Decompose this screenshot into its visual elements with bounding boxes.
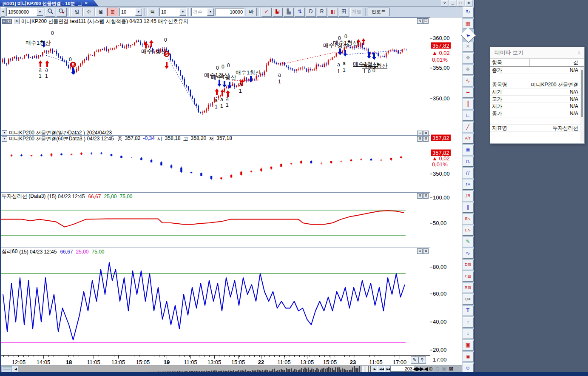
minimize-panel-icon[interactable]: ⊟ bbox=[417, 136, 423, 142]
s60-chart[interactable] bbox=[1, 255, 430, 355]
tool-vertical-line-icon[interactable]: ┃ bbox=[463, 99, 474, 109]
tool-pattern-e-icon[interactable]: E▨ bbox=[463, 271, 474, 282]
tool-fibo-arc-icon[interactable]: ƒƒ bbox=[463, 168, 474, 178]
close-view-icon[interactable]: ⊠ bbox=[448, 365, 454, 372]
tool-elliott-wave-2-icon[interactable]: E∿ bbox=[463, 225, 474, 236]
tick-combo[interactable]: 10 ▼ bbox=[159, 8, 187, 16]
minimize-panel-icon[interactable]: ⊟ bbox=[417, 131, 423, 135]
tool-parallel-channel-icon[interactable]: ≣ bbox=[463, 145, 474, 155]
minimize-panel-icon[interactable]: N bbox=[417, 18, 423, 24]
minimize-panel-icon[interactable]: ⊟ bbox=[417, 193, 423, 199]
bar-button[interactable]: 바 bbox=[246, 8, 257, 16]
tool-step-line-icon[interactable]: ∟ bbox=[463, 111, 474, 121]
tool-quote-list-icon[interactable]: Q≡ bbox=[463, 294, 474, 305]
tool-arrow-down-marker-icon[interactable]: ↓ bbox=[463, 329, 474, 339]
tool-text-tool-icon[interactable]: A/T bbox=[463, 134, 474, 144]
help-button[interactable]: ? bbox=[441, 0, 448, 6]
tool-refresh-icon[interactable]: ↻ bbox=[463, 7, 474, 17]
collapse-horizontal-icon[interactable]: ▶◀ bbox=[420, 365, 427, 372]
expand-horizontal-icon[interactable]: ◀▶ bbox=[413, 365, 420, 372]
bar-count-input[interactable] bbox=[216, 8, 244, 16]
fit-chart-icon: ▣ bbox=[441, 365, 448, 372]
data-view-window[interactable]: 데이타 보기 x 항목 값 종가N/A종목명미니KP200 선물연결시가N/A고… bbox=[490, 47, 585, 144]
h60-chart[interactable] bbox=[1, 142, 430, 192]
search-jump-icon[interactable] bbox=[57, 8, 67, 17]
edit-tool-button[interactable]: ✎ bbox=[411, 356, 418, 364]
tool-trend-line-icon[interactable]: ╱ bbox=[463, 122, 474, 132]
data-view-title[interactable]: 데이타 보기 bbox=[490, 47, 584, 59]
close-panel-icon[interactable]: ❏ bbox=[423, 18, 429, 24]
minor-tick bbox=[304, 356, 305, 357]
search-icon[interactable] bbox=[45, 8, 55, 17]
minimize-panel-icon[interactable]: ⊟ bbox=[417, 248, 423, 254]
chart-annotation: 1 bbox=[226, 103, 229, 108]
close-icon[interactable]: x bbox=[576, 49, 582, 56]
close-tab-icon[interactable]: ✕ bbox=[85, 1, 88, 6]
tool-rect-marker-icon[interactable]: ▣ bbox=[463, 340, 474, 350]
tool-pattern-r-icon[interactable]: R▨ bbox=[463, 283, 474, 293]
sentiment-chart[interactable] bbox=[1, 200, 430, 248]
tool-mini-chart-icon[interactable]: ∿ bbox=[463, 76, 474, 86]
data-view-scrollbar[interactable] bbox=[580, 67, 584, 142]
period-button-일[interactable]: 일 bbox=[71, 8, 82, 16]
close-panel-icon[interactable]: ⊠ bbox=[423, 131, 429, 135]
tool-text-T-icon[interactable]: T bbox=[463, 306, 474, 316]
document-d-icon[interactable]: D bbox=[306, 8, 316, 17]
tool-elliott-wave-icon[interactable]: E∿ bbox=[463, 214, 474, 224]
tool-pattern-d-icon[interactable]: D▨ bbox=[463, 260, 474, 270]
updown-arrows-icon[interactable]: ⇅ bbox=[295, 8, 305, 17]
code-combo[interactable]: 10500000 ▼ bbox=[6, 8, 44, 16]
chevron-down-icon[interactable]: ▼ bbox=[135, 8, 142, 16]
tool-fibo-retrace-icon[interactable]: ƒL bbox=[463, 157, 474, 167]
chevron-down-icon[interactable]: ▼ bbox=[37, 8, 43, 16]
row-value: N/A bbox=[529, 67, 584, 73]
close-button[interactable]: × bbox=[465, 0, 472, 6]
minor-tick bbox=[204, 356, 205, 357]
minimize-button[interactable]: _ bbox=[449, 0, 456, 6]
column-value[interactable]: 값 bbox=[530, 59, 584, 66]
window-title-tab[interactable]: [6101] 미니KP200 선물연결 - 10분 ✕ bbox=[0, 0, 99, 6]
close-panel-icon[interactable]: ⊠ bbox=[423, 248, 429, 254]
tool-horizontal-line-icon[interactable]: ━ bbox=[463, 88, 474, 98]
close-panel-icon[interactable]: ⊠ bbox=[423, 136, 429, 142]
grid-chart-icon[interactable]: 田 bbox=[339, 8, 349, 17]
tool-fibo-fan-icon[interactable]: ƒA bbox=[463, 179, 474, 190]
volume-alert-icon[interactable]: ▙! bbox=[273, 8, 283, 17]
visible-count-input[interactable] bbox=[390, 366, 414, 372]
tool-parallel-lines-icon[interactable]: ∥ bbox=[463, 202, 474, 213]
toolbar-grip[interactable]: ◀ bbox=[1, 7, 5, 17]
tool-cursor-icon[interactable]: ➤ bbox=[460, 28, 475, 43]
tool-arrow-up-marker-icon[interactable]: ↑ bbox=[463, 317, 474, 328]
minute-combo[interactable]: 10 ▼ bbox=[119, 8, 142, 16]
zoom-in-icon[interactable]: ⊕ bbox=[427, 365, 434, 372]
period-button-월[interactable]: 월 bbox=[95, 8, 106, 16]
tool-zigzag-icon[interactable]: ∿ bbox=[463, 248, 474, 259]
tick-button[interactable]: 틱 bbox=[147, 8, 158, 16]
close-panel-icon[interactable]: ⊠ bbox=[423, 193, 429, 199]
period-button-주[interactable]: 주 bbox=[83, 8, 94, 16]
zoom-tool-button[interactable]: ⚲ bbox=[418, 356, 426, 364]
tool-pencil-icon[interactable]: ✎ bbox=[463, 237, 474, 247]
period-button-분[interactable]: 분 bbox=[107, 8, 118, 16]
split-chart-icon[interactable]: ◧ bbox=[328, 8, 338, 17]
close-strategy-icon[interactable]: ✕ bbox=[14, 18, 20, 24]
volume-bars-icon[interactable]: ▙ bbox=[284, 8, 294, 17]
expand-panel-icon[interactable]: ▼ bbox=[2, 136, 7, 142]
expand-panel-icon[interactable]: ▼ bbox=[2, 130, 7, 136]
main-price-chart[interactable]: SS0매수1청산aa110매수1청산0000매수1청산매수1청산매수1청산aaa… bbox=[1, 25, 430, 130]
upload-button[interactable]: 업로드 bbox=[368, 8, 389, 16]
minor-tick bbox=[390, 356, 390, 357]
splitter-handle[interactable] bbox=[2, 366, 12, 372]
chevron-down-icon[interactable]: ▼ bbox=[179, 8, 186, 16]
maximize-button[interactable]: □ bbox=[457, 0, 464, 6]
restore-icon[interactable] bbox=[78, 2, 82, 6]
tool-fibo-ratio-icon[interactable]: ƒR bbox=[463, 191, 474, 201]
tool-pattern-grid-icon[interactable]: ▦ bbox=[463, 19, 474, 29]
document-r-icon[interactable]: R bbox=[317, 8, 327, 17]
signal-check-icon[interactable]: ✓ bbox=[261, 8, 272, 17]
column-item[interactable]: 항목 bbox=[490, 59, 530, 66]
data-view-row: 지표명투자심리선 bbox=[490, 125, 584, 132]
tool-circle-marker-icon[interactable]: ◉ bbox=[463, 352, 474, 362]
scrollbar-thumb[interactable] bbox=[581, 70, 583, 117]
minor-tick bbox=[340, 356, 340, 357]
